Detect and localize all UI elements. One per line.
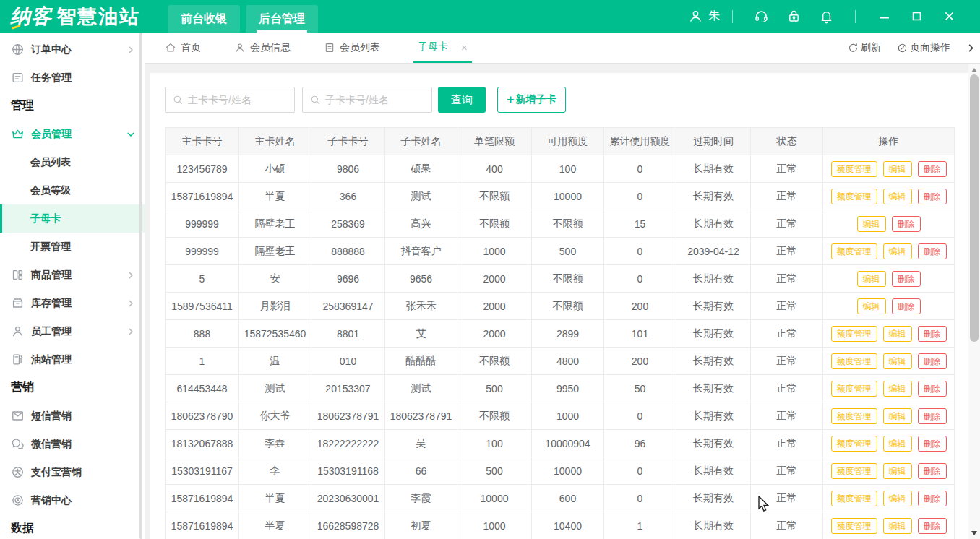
sidebar-item-alipay-marketing[interactable]: 支付宝营销 <box>0 458 145 486</box>
delete-button[interactable]: 删除 <box>918 463 947 479</box>
edit-button[interactable]: 编辑 <box>883 518 912 534</box>
cell-actions: 编辑删除 <box>823 265 955 293</box>
delete-button[interactable]: 删除 <box>918 326 947 342</box>
sidebar-item-staff-management[interactable]: 员工管理 <box>0 317 145 345</box>
top-nav-tab-back-management[interactable]: 后台管理 <box>246 5 318 33</box>
tab-sub-mother-card[interactable]: 子母卡× <box>413 33 472 63</box>
scroll-down-arrow-icon[interactable] <box>971 531 977 535</box>
tab-label: 会员列表 <box>340 41 380 54</box>
edit-button[interactable]: 编辑 <box>857 216 886 232</box>
quota-button[interactable]: 额度管理 <box>831 518 877 534</box>
scroll-up-arrow-icon[interactable] <box>971 68 977 72</box>
page-ops-button[interactable]: 页面操作 <box>897 41 950 54</box>
quota-button[interactable]: 额度管理 <box>831 381 877 397</box>
delete-button[interactable]: 删除 <box>892 271 921 287</box>
headset-support-icon[interactable] <box>754 9 769 24</box>
cell-single-limit: 不限额 <box>457 210 532 238</box>
delete-button[interactable]: 删除 <box>918 381 947 397</box>
cell-actions: 编辑删除 <box>823 293 955 320</box>
sub-card-search-input[interactable] <box>321 94 431 105</box>
delete-button[interactable]: 删除 <box>918 189 947 204</box>
cell-master-card: 15871619894 <box>166 183 239 210</box>
edit-button[interactable]: 编辑 <box>883 161 912 177</box>
quota-button[interactable]: 额度管理 <box>831 408 877 424</box>
edit-button[interactable]: 编辑 <box>883 381 912 397</box>
chevron-right-icon[interactable] <box>966 43 976 53</box>
delete-button[interactable]: 删除 <box>918 518 947 534</box>
sidebar-item-task-management[interactable]: 任务管理 <box>0 64 145 92</box>
cell-available: 10000904 <box>532 430 604 457</box>
close-tab-icon[interactable]: × <box>461 41 468 53</box>
add-sub-card-button[interactable]: + 新增子卡 <box>497 87 566 113</box>
delete-button[interactable]: 删除 <box>892 298 921 314</box>
maximize-window-icon[interactable] <box>911 10 923 22</box>
table-row: 1温010酷酷酷不限额4800200长期有效正常额度管理编辑删除 <box>166 348 955 375</box>
tab-home[interactable]: 首页 <box>165 33 201 63</box>
user-avatar-icon[interactable] <box>688 9 703 24</box>
scrollbar-thumb[interactable] <box>970 74 979 342</box>
sidebar-item-label: 订单中心 <box>31 43 72 56</box>
refresh-button[interactable]: 刷新 <box>848 41 881 54</box>
tasks-icon <box>11 71 25 85</box>
close-window-icon[interactable] <box>943 10 955 22</box>
edit-button[interactable]: 编辑 <box>883 189 912 204</box>
refresh-icon <box>848 43 859 53</box>
edit-button[interactable]: 编辑 <box>883 353 912 369</box>
top-nav-tab-front-cashier[interactable]: 前台收银 <box>168 5 240 33</box>
cell-sub-name: 高兴 <box>385 210 457 238</box>
tab-member-info[interactable]: 会员信息 <box>234 33 291 63</box>
quota-button[interactable]: 额度管理 <box>831 353 877 369</box>
edit-button[interactable]: 编辑 <box>883 491 912 506</box>
sidebar-item-station-management[interactable]: 油站管理 <box>0 345 145 374</box>
cell-expire: 长期有效 <box>676 348 751 375</box>
cell-sub-card: 8801 <box>311 320 385 348</box>
sidebar-item-member-management[interactable]: 会员管理 <box>0 120 145 148</box>
cell-sub-card: 366 <box>311 183 385 210</box>
edit-button[interactable]: 编辑 <box>883 436 912 452</box>
vertical-scrollbar[interactable] <box>968 64 980 539</box>
delete-button[interactable]: 删除 <box>918 491 947 506</box>
cell-master-card: 15871619894 <box>166 485 239 512</box>
notifications-bell-icon[interactable] <box>819 9 834 24</box>
lock-screen-icon[interactable] <box>786 9 801 24</box>
delete-button[interactable]: 删除 <box>892 216 921 232</box>
sidebar-item-sms-marketing[interactable]: 短信营销 <box>0 402 145 430</box>
sub-card-search[interactable] <box>302 87 432 113</box>
master-card-search[interactable] <box>165 87 295 113</box>
quota-button[interactable]: 额度管理 <box>831 161 877 177</box>
edit-button[interactable]: 编辑 <box>883 408 912 424</box>
delete-button[interactable]: 删除 <box>918 161 947 177</box>
sidebar-subitem-member-level[interactable]: 会员等级 <box>0 176 145 204</box>
master-card-search-input[interactable] <box>184 94 294 105</box>
edit-button[interactable]: 编辑 <box>883 463 912 479</box>
sidebar-item-inventory-management[interactable]: 库存管理 <box>0 289 145 317</box>
sidebar-subitem-member-list[interactable]: 会员列表 <box>0 148 145 176</box>
sidebar-subitem-sub-mother-card[interactable]: 子母卡 <box>0 204 145 233</box>
tab-member-list[interactable]: 会员列表 <box>324 33 380 63</box>
quota-button[interactable]: 额度管理 <box>831 189 877 204</box>
sidebar-item-order-center[interactable]: 订单中心 <box>0 35 145 64</box>
sidebar-item-goods-management[interactable]: 商品管理 <box>0 261 145 289</box>
minimize-window-icon[interactable] <box>878 10 890 22</box>
cell-master-card: 18132067888 <box>166 430 239 457</box>
cell-status: 正常 <box>751 155 823 183</box>
delete-button[interactable]: 删除 <box>918 243 947 259</box>
edit-button[interactable]: 编辑 <box>857 298 886 314</box>
quota-button[interactable]: 额度管理 <box>831 436 877 452</box>
delete-button[interactable]: 删除 <box>918 436 947 452</box>
sidebar-subitem-invoice-management[interactable]: 开票管理 <box>0 233 145 261</box>
edit-button[interactable]: 编辑 <box>883 243 912 259</box>
edit-button[interactable]: 编辑 <box>857 271 886 287</box>
delete-button[interactable]: 删除 <box>918 408 947 424</box>
sidebar-scrollbar[interactable] <box>139 33 142 539</box>
quota-button[interactable]: 额度管理 <box>831 243 877 259</box>
edit-button[interactable]: 编辑 <box>883 326 912 342</box>
quota-button[interactable]: 额度管理 <box>831 326 877 342</box>
delete-button[interactable]: 删除 <box>918 353 947 369</box>
sidebar-item-wechat-marketing[interactable]: 微信营销 <box>0 430 145 458</box>
query-button[interactable]: 查询 <box>438 87 486 113</box>
cell-master-name: 隔壁老王 <box>239 210 311 238</box>
quota-button[interactable]: 额度管理 <box>831 463 877 479</box>
quota-button[interactable]: 额度管理 <box>831 491 877 506</box>
sidebar-item-marketing-center[interactable]: 营销中心 <box>0 486 145 514</box>
